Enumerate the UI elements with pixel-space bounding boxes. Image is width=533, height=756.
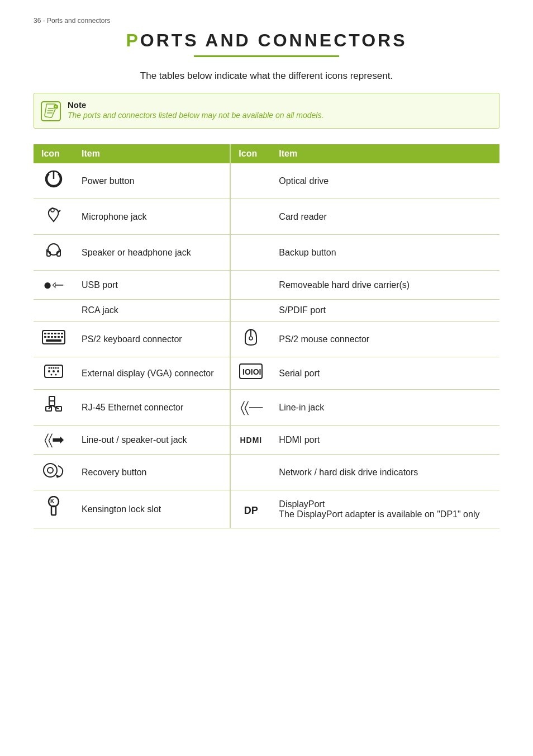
svg-rect-22 [61,333,63,334]
left-icon-cell [34,390,74,426]
title-underline [194,55,339,57]
right-icon-cell [230,163,271,199]
col1-icon-header: Icon [34,144,74,163]
right-icon-cell [230,199,271,235]
icon-table: Icon Item Icon Item Power buttonOptical … [34,144,499,528]
table-row: External display (VGA) connectorIOIOISer… [34,357,499,390]
right-item-cell: S/PDIF port [271,300,499,322]
col1-item-header: Item [74,144,230,163]
right-item-cell: HDMI port [271,426,499,455]
table-header-row: Icon Item Icon Item [34,144,499,163]
table-row: KKensington lock slotDPDisplayPort The D… [34,490,499,528]
svg-rect-45 [49,396,55,401]
svg-rect-19 [51,333,53,334]
title-first-letter: P [126,30,140,50]
right-icon-cell [230,322,271,357]
svg-point-41 [51,374,53,376]
table-row: ●⇽USB portRemoveable hard drive carrier(… [34,271,499,300]
left-icon-cell: 〈〈➡ [34,426,74,455]
svg-text:K: K [50,498,55,504]
right-icon-cell [230,235,271,271]
right-icon-cell: 〈〈⸻ [230,390,271,426]
table-row: RJ-45 Ethernet connector〈〈⸻Line-in jack [34,390,499,426]
svg-rect-17 [44,333,46,334]
svg-point-36 [49,367,50,369]
svg-point-33 [48,370,50,372]
svg-point-34 [53,370,55,372]
right-icon-cell: DP [230,490,271,528]
svg-rect-18 [47,333,50,334]
svg-point-39 [55,367,57,369]
left-item-cell: Speaker or headphone jack [74,235,230,271]
left-item-cell: RJ-45 Ethernet connector [74,390,230,426]
left-item-cell: Power button [74,163,230,199]
left-item-cell: Recovery button [74,455,230,490]
left-icon-cell [34,357,74,390]
right-icon-cell [230,300,271,322]
page-title: PORTS AND CONNECTORS [34,30,499,51]
svg-point-52 [47,467,53,473]
right-item-cell: Line-in jack [271,390,499,426]
svg-rect-21 [58,333,60,334]
svg-rect-55 [51,506,56,515]
left-icon-cell [34,199,74,235]
left-item-cell: RCA jack [74,300,230,322]
left-icon-cell: ●⇽ [34,271,74,300]
svg-point-40 [58,367,59,369]
left-icon-cell [34,455,74,490]
svg-text:IOIOI: IOIOI [242,367,261,376]
svg-point-38 [53,367,55,369]
left-item-cell: Microphone jack [74,199,230,235]
svg-rect-23 [44,336,46,338]
svg-point-31 [249,337,253,340]
svg-point-6 [55,108,56,109]
table-row: Speaker or headphone jackBackup button [34,235,499,271]
left-item-cell: Line-out / speaker-out jack [74,426,230,455]
left-icon-cell [34,322,74,357]
svg-line-10 [58,210,60,212]
left-icon-cell [34,163,74,199]
svg-rect-25 [51,336,53,338]
note-title: Note [68,100,323,110]
svg-rect-26 [54,336,56,338]
svg-point-42 [55,374,57,376]
col2-item-header: Item [271,144,499,163]
note-content: Note The ports and connectors listed bel… [68,100,323,120]
right-icon-cell [230,455,271,490]
table-row: Microphone jackCard reader [34,199,499,235]
right-item-cell: Backup button [271,235,499,271]
right-item-cell: Serial port [271,357,499,390]
right-icon-cell [230,271,271,300]
note-box: Note The ports and connectors listed bel… [34,93,499,129]
right-item-cell: Optical drive [271,163,499,199]
svg-point-51 [44,464,57,477]
note-body: The ports and connectors listed below ma… [68,111,323,120]
page-label: 36 - Ports and connectors [34,17,499,25]
right-item-cell: Network / hard disk drive indicators [271,455,499,490]
svg-rect-28 [61,336,63,338]
left-icon-cell: K [34,490,74,528]
left-item-cell: Kensington lock slot [74,490,230,528]
right-item-cell: Removeable hard drive carrier(s) [271,271,499,300]
svg-rect-29 [46,339,61,342]
col2-icon-header: Icon [230,144,271,163]
table-row: PS/2 keyboard connectorPS/2 mouse connec… [34,322,499,357]
right-icon-cell: IOIOI [230,357,271,390]
right-item-cell: PS/2 mouse connector [271,322,499,357]
left-item-cell: USB port [74,271,230,300]
left-icon-cell [34,235,74,271]
left-item-cell: PS/2 keyboard connector [74,322,230,357]
right-icon-cell: HDMI [230,426,271,455]
table-row: Power buttonOptical drive [34,163,499,199]
svg-point-35 [57,370,59,372]
intro-text: The tables below indicate what the diffe… [34,70,499,82]
table-row: RCA jackS/PDIF port [34,300,499,322]
svg-rect-46 [49,401,55,405]
note-icon [41,101,61,121]
table-row: 〈〈➡Line-out / speaker-out jackHDMIHDMI p… [34,426,499,455]
left-item-cell: External display (VGA) connector [74,357,230,390]
svg-rect-24 [47,336,50,338]
right-item-cell: Card reader [271,199,499,235]
svg-rect-20 [54,333,56,334]
svg-point-9 [51,209,54,212]
